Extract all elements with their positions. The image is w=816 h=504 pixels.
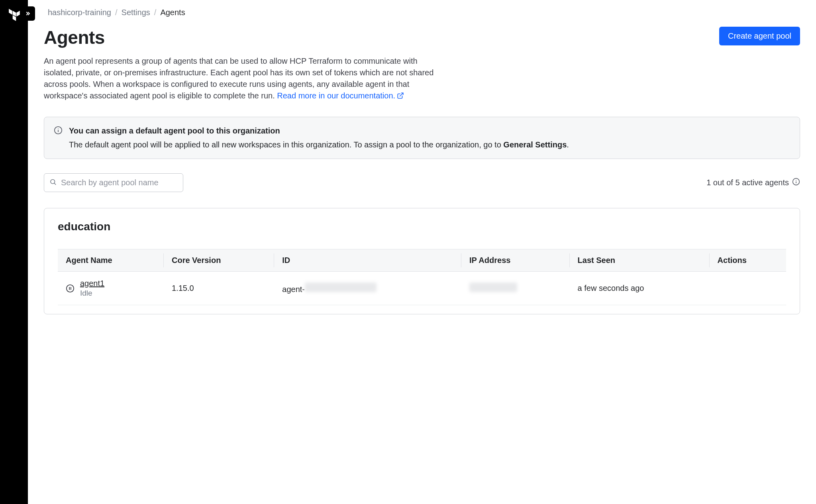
column-header-actions: Actions — [710, 249, 786, 272]
search-icon — [49, 178, 57, 187]
agent-pool-card: education Agent Name Core Version ID IP … — [44, 208, 800, 314]
breadcrumb-current: Agents — [160, 8, 185, 17]
main-content: hashicorp-training / Settings / Agents A… — [28, 0, 816, 504]
svg-line-5 — [54, 183, 56, 184]
search-input-wrapper — [44, 173, 183, 192]
svg-line-0 — [400, 93, 403, 96]
sidebar — [0, 0, 28, 504]
breadcrumb-section[interactable]: Settings — [122, 8, 150, 17]
agent-ip — [461, 272, 570, 305]
agents-table: Agent Name Core Version ID IP Address La… — [58, 249, 786, 305]
search-input[interactable] — [44, 173, 183, 192]
info-icon[interactable] — [792, 178, 800, 188]
column-header-version[interactable]: Core Version — [164, 249, 274, 272]
general-settings-link[interactable]: General Settings — [503, 140, 567, 149]
column-header-name[interactable]: Agent Name — [58, 249, 164, 272]
column-header-last-seen[interactable]: Last Seen — [570, 249, 710, 272]
agent-version: 1.15.0 — [164, 272, 274, 305]
table-row: agent1 Idle 1.15.0 agent- a few — [58, 272, 786, 305]
external-link-icon — [397, 91, 404, 102]
breadcrumb: hashicorp-training / Settings / Agents — [48, 8, 800, 17]
agent-id: agent- — [274, 272, 461, 305]
page-title: Agents — [44, 27, 105, 48]
column-header-ip[interactable]: IP Address — [461, 249, 570, 272]
breadcrumb-separator: / — [115, 8, 118, 17]
sidebar-expand-button[interactable] — [21, 6, 35, 21]
agent-name-link[interactable]: agent1 — [80, 279, 104, 288]
banner-title: You can assign a default agent pool to t… — [69, 125, 569, 137]
page-description: An agent pool represents a group of agen… — [44, 55, 434, 102]
documentation-link[interactable]: Read more in our documentation. — [277, 91, 404, 100]
chevron-right-double-icon — [25, 10, 31, 17]
breadcrumb-org[interactable]: hashicorp-training — [48, 8, 111, 17]
info-icon — [54, 126, 63, 151]
svg-point-9 — [67, 284, 74, 292]
agent-last-seen: a few seconds ago — [570, 272, 710, 305]
redacted-value — [305, 282, 377, 292]
agent-status: Idle — [80, 289, 104, 298]
active-agents-status: 1 out of 5 active agents — [706, 178, 800, 188]
agent-actions — [710, 272, 786, 305]
redacted-value — [469, 282, 517, 292]
pool-name[interactable]: education — [58, 220, 786, 233]
terraform-logo[interactable] — [8, 8, 22, 22]
create-agent-pool-button[interactable]: Create agent pool — [719, 27, 800, 45]
column-header-id[interactable]: ID — [274, 249, 461, 272]
default-pool-info-banner: You can assign a default agent pool to t… — [44, 117, 800, 159]
breadcrumb-separator: / — [154, 8, 157, 17]
pause-icon — [66, 284, 75, 293]
banner-body: The default agent pool will be applied t… — [69, 139, 569, 151]
